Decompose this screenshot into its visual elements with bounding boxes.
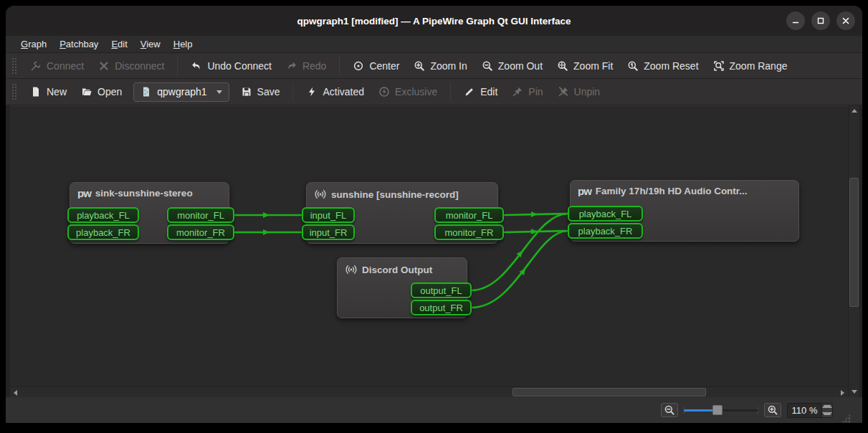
arrow-down-icon: [852, 390, 857, 394]
close-button[interactable]: [836, 11, 855, 30]
zoom-percent-value[interactable]: 110 %: [788, 404, 821, 417]
toolbar-separator: [177, 57, 178, 75]
zoom-range-icon: [713, 60, 725, 72]
toolbar-drag-handle[interactable]: [11, 83, 17, 100]
button-label: Zoom Out: [498, 60, 543, 72]
zoom-reset-button[interactable]: Zoom Reset: [620, 56, 705, 76]
center-button[interactable]: Center: [345, 56, 406, 76]
node-header[interactable]: pwsink-sunshine-stereo: [70, 183, 229, 199]
zoom-in-icon: [767, 404, 778, 416]
spin-up-button[interactable]: [822, 404, 832, 411]
port-sink-sunshine-stereo-playback-fr[interactable]: playback_FR: [67, 224, 139, 240]
port-sunshine-sunshine-record-monitor-fr[interactable]: monitor_FR: [434, 224, 504, 240]
button-label: Unpin: [574, 86, 601, 97]
maximize-icon: [816, 16, 825, 25]
port-sunshine-sunshine-record-monitor-fl[interactable]: monitor_FL: [434, 207, 504, 223]
button-label: Zoom Reset: [644, 60, 698, 72]
graph-area: pwsink-sunshine-stereoplayback_FLplaybac…: [6, 105, 862, 397]
menu-help[interactable]: Help: [167, 37, 199, 51]
zoom-range-button[interactable]: Zoom Range: [706, 56, 795, 76]
minimize-icon: [791, 16, 800, 25]
button-label: Save: [257, 86, 280, 97]
zoom-out-button[interactable]: [661, 403, 678, 417]
connection-arrow-icon: [517, 249, 525, 257]
connection-arrow-icon: [531, 229, 538, 234]
vertical-scroll-thumb[interactable]: [849, 178, 859, 307]
horizontal-scroll-thumb[interactable]: [512, 388, 706, 396]
undo-connect-button[interactable]: Undo Connect: [183, 56, 279, 76]
button-label: Zoom In: [430, 60, 467, 72]
menu-view[interactable]: View: [134, 37, 167, 51]
open-button[interactable]: Open: [74, 82, 129, 102]
connection-arrow-icon: [263, 229, 270, 235]
toolbar-graph: ConnectDisconnectUndo ConnectRedoCenterZ…: [6, 53, 862, 79]
port-sunshine-sunshine-record-input-fr[interactable]: input_FR: [302, 224, 355, 240]
zoom-in-button[interactable]: [764, 403, 781, 417]
title-bar[interactable]: qpwgraph1 [modified] — A PipeWire Graph …: [6, 6, 862, 36]
node-header[interactable]: Discord Output: [338, 258, 467, 276]
pipewire-icon: pw: [578, 186, 591, 196]
port-family-17h-19h-hd-audio-contr-playback-fr[interactable]: playback_FR: [568, 223, 643, 239]
node-title: sunshine [sunshine-record]: [331, 189, 459, 200]
close-icon: [841, 16, 850, 25]
save-button[interactable]: Save: [234, 82, 287, 102]
scroll-right-button[interactable]: [837, 387, 848, 398]
graph-canvas[interactable]: pwsink-sunshine-stereoplayback_FLplaybac…: [10, 105, 848, 386]
menu-patchbay[interactable]: Patchbay: [53, 37, 105, 51]
port-family-17h-19h-hd-audio-contr-playback-fl[interactable]: playback_FL: [568, 206, 643, 222]
connection-cable[interactable]: [504, 231, 568, 232]
port-sink-sunshine-stereo-monitor-fr[interactable]: monitor_FR: [167, 224, 234, 240]
minimize-button[interactable]: [786, 11, 805, 30]
resize-grip[interactable]: [841, 414, 851, 423]
toolbar-patchbay: NewOpenqpwgraph1SaveActivatedExclusiveEd…: [6, 79, 862, 105]
toolbar-drag-handle[interactable]: [11, 57, 17, 75]
activated-button[interactable]: Activated: [299, 82, 371, 102]
button-label: Edit: [480, 86, 497, 97]
button-label: Activated: [323, 86, 364, 97]
toolbar-separator: [339, 57, 340, 75]
port-discord-output-output-fr[interactable]: output_FR: [411, 300, 472, 315]
arrow-right-icon: [841, 390, 844, 396]
redo-icon: [286, 60, 297, 72]
port-discord-output-output-fl[interactable]: output_FL: [411, 282, 472, 298]
port-sunshine-sunshine-record-input-fl[interactable]: input_FL: [302, 207, 355, 223]
maximize-button[interactable]: [811, 11, 830, 30]
redo-button: Redo: [279, 56, 333, 76]
scroll-up-button[interactable]: [849, 105, 860, 116]
zoom-percent-spinbox[interactable]: 110 %: [787, 403, 833, 418]
slider-handle[interactable]: [712, 405, 722, 415]
new-button[interactable]: New: [23, 82, 74, 102]
zoom-in-button[interactable]: Zoom In: [406, 56, 474, 76]
new-icon: [30, 86, 42, 97]
button-label: Connect: [47, 60, 84, 72]
button-label: Disconnect: [115, 60, 164, 72]
connection-arrow-icon: [520, 267, 528, 275]
unpin-icon: [558, 86, 569, 97]
spin-down-button[interactable]: [822, 410, 832, 417]
node-header[interactable]: pwFamily 17h/19h HD Audio Contr...: [571, 181, 798, 196]
app-window: qpwgraph1 [modified] — A PipeWire Graph …: [6, 6, 862, 423]
zoom-fit-button[interactable]: Zoom Fit: [550, 56, 620, 76]
chevron-down-icon: [216, 90, 222, 94]
edit-button[interactable]: Edit: [457, 82, 505, 102]
scroll-down-button[interactable]: [849, 386, 860, 397]
pipewire-icon: pw: [77, 188, 91, 199]
menu-edit[interactable]: Edit: [105, 37, 133, 51]
patchbay-file-combobox[interactable]: qpwgraph1: [133, 82, 229, 102]
horizontal-scrollbar[interactable]: [10, 386, 848, 397]
zoom-out-button[interactable]: Zoom Out: [474, 56, 550, 76]
node-title: sink-sunshine-stereo: [95, 188, 193, 199]
node-header[interactable]: sunshine [sunshine-record]: [307, 183, 497, 201]
port-sink-sunshine-stereo-monitor-fl[interactable]: monitor_FL: [167, 207, 234, 223]
edit-icon: [464, 86, 475, 97]
spin-buttons: [821, 404, 832, 417]
vertical-scrollbar[interactable]: [848, 105, 859, 397]
open-icon: [81, 86, 92, 97]
exclusive-button: Exclusive: [371, 82, 444, 102]
zoom-slider[interactable]: [684, 403, 758, 417]
connection-cable[interactable]: [504, 214, 568, 215]
menu-graph[interactable]: Graph: [14, 37, 53, 51]
undo-icon: [191, 60, 202, 72]
scroll-left-button[interactable]: [10, 387, 21, 398]
port-sink-sunshine-stereo-playback-fl[interactable]: playback_FL: [67, 207, 139, 223]
